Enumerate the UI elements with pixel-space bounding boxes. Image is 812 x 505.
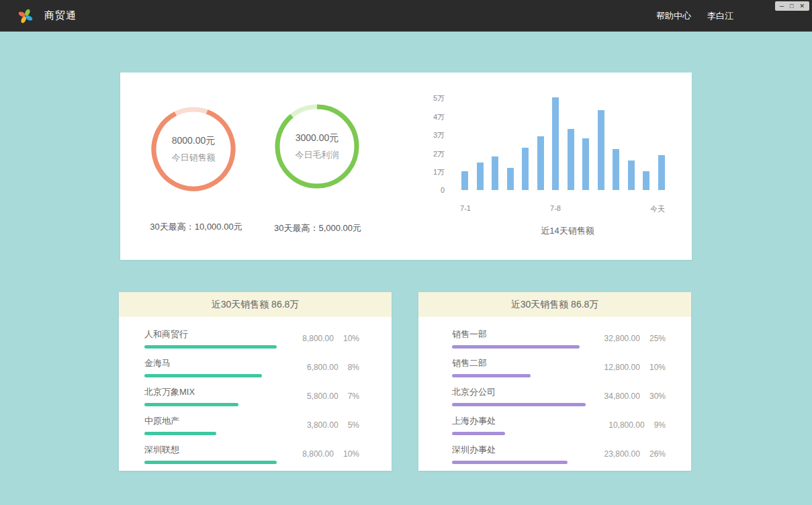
rank-amount: 34,800.00: [604, 392, 640, 401]
rank-bar: [144, 345, 277, 349]
y-axis: 5万4万3万2万1万0: [411, 93, 445, 194]
rank-name: 人和商贸行: [144, 328, 277, 340]
today-sales-value: 8000.00元: [172, 135, 216, 147]
rank-percent: 10%: [343, 334, 359, 343]
rank-bar: [452, 345, 580, 349]
rank-percent: 26%: [649, 449, 666, 459]
rank-name: 金海马: [144, 357, 262, 369]
rank-amount: 6,800.00: [307, 363, 339, 372]
titlebar-menu: 帮助中心 李白江: [656, 0, 733, 32]
today-profit-donut: 3000.00元 今日毛利润: [270, 99, 364, 193]
rank-value: 34,800.0030%: [604, 392, 666, 401]
bar: [477, 163, 484, 190]
rank-value: 12,800.0010%: [604, 363, 666, 372]
list-item: 上海办事处 10,800.009%: [452, 410, 666, 439]
customer-sales-panel: 近30天销售额 86.8万 人和商贸行 8,800.0010% 金海马 6,80…: [119, 292, 392, 471]
today-sales-donut: 8000.00元 今日销售额: [146, 102, 240, 196]
rank-value: 10,800.009%: [608, 420, 666, 430]
y-axis-tick: 4万: [411, 112, 445, 122]
bar: [568, 129, 574, 190]
x-axis-tick: 7-8: [550, 204, 561, 212]
rank-amount: 10,800.00: [608, 420, 644, 430]
maximize-icon[interactable]: □: [790, 3, 793, 9]
bar: [492, 156, 498, 190]
bar-chart-title: 近14天销售额: [467, 225, 668, 237]
list-item: 销售一部 32,800.0025%: [452, 324, 666, 353]
rank-name: 中原地产: [144, 415, 216, 427]
bar: [522, 148, 529, 190]
x-axis-tick: 今天: [650, 204, 665, 214]
rank-name: 北京分公司: [452, 386, 586, 398]
bar: [643, 171, 649, 190]
rank-percent: 8%: [348, 363, 359, 372]
list-item: 深圳联想 8,800.0010%: [144, 439, 359, 468]
rank-percent: 9%: [654, 420, 666, 430]
bar: [537, 136, 544, 190]
bar: [613, 149, 619, 190]
rank-bar: [144, 461, 277, 464]
today-profit-value: 3000.00元: [296, 132, 339, 144]
y-axis-tick: 5万: [411, 93, 445, 103]
close-icon[interactable]: ✕: [799, 3, 805, 9]
rank-bar: [144, 374, 262, 377]
bar: [552, 97, 559, 190]
rank-amount: 3,800.00: [307, 420, 339, 430]
rank-percent: 7%: [348, 392, 359, 401]
rank-amount: 32,800.00: [604, 334, 640, 343]
rank-bar: [452, 432, 505, 435]
rank-name: 销售二部: [452, 357, 531, 369]
department-sales-panel-title: 近30天销售额 86.8万: [418, 292, 691, 317]
rank-name: 深圳联想: [144, 444, 277, 456]
app-logo-icon: [17, 8, 34, 24]
titlebar: 商贸通 帮助中心 李白江 ─ □ ✕: [0, 0, 812, 32]
rank-amount: 8,800.00: [302, 334, 334, 343]
help-center-link[interactable]: 帮助中心: [656, 10, 691, 22]
bar: [582, 138, 589, 190]
window-controls: ─ □ ✕: [775, 1, 809, 11]
rank-amount: 23,800.00: [604, 449, 640, 459]
rank-name: 销售一部: [452, 328, 580, 340]
rank-percent: 25%: [649, 334, 666, 343]
today-sales-label: 今日销售额: [172, 152, 216, 164]
minimize-icon[interactable]: ─: [780, 3, 784, 9]
list-item: 销售二部 12,800.0010%: [452, 353, 666, 381]
profit-30day-max: 30天最高：5,000.00元: [244, 222, 392, 234]
rank-value: 8,800.0010%: [302, 334, 359, 343]
bar-chart: [461, 97, 665, 190]
y-axis-tick: 0: [411, 186, 445, 194]
rank-bar: [452, 374, 531, 377]
app-title: 商贸通: [44, 0, 77, 32]
rank-percent: 30%: [649, 392, 666, 401]
list-item: 北京万象MIX 5,800.007%: [144, 381, 359, 410]
rank-bar: [452, 461, 568, 464]
today-profit-label: 今日毛利润: [296, 149, 339, 161]
rank-name: 北京万象MIX: [144, 386, 238, 398]
y-axis-tick: 1万: [411, 167, 445, 177]
rank-value: 6,800.008%: [307, 363, 359, 372]
rank-name: 上海办事处: [452, 415, 505, 427]
list-item: 金海马 6,800.008%: [144, 353, 359, 381]
bar: [507, 168, 514, 190]
list-item: 深圳办事处 23,800.0026%: [452, 439, 666, 468]
rank-value: 3,800.005%: [307, 420, 359, 430]
rank-value: 23,800.0026%: [604, 449, 666, 459]
rank-amount: 5,800.00: [307, 392, 339, 401]
rank-amount: 12,800.00: [604, 363, 640, 372]
rank-bar: [452, 403, 586, 406]
list-item: 中原地产 3,800.005%: [144, 410, 359, 439]
rank-percent: 10%: [649, 363, 666, 372]
bar: [628, 160, 635, 190]
rank-value: 32,800.0025%: [604, 334, 666, 343]
username-link[interactable]: 李白江: [707, 10, 733, 22]
x-axis-tick: 7-1: [460, 204, 471, 212]
rank-percent: 10%: [343, 449, 359, 459]
rank-name: 深圳办事处: [452, 444, 568, 456]
y-axis-tick: 3万: [411, 130, 445, 140]
y-axis-tick: 2万: [411, 149, 445, 159]
rank-bar: [144, 403, 238, 406]
bar: [461, 171, 468, 190]
customer-sales-panel-title: 近30天销售额 86.8万: [119, 292, 392, 317]
bar: [598, 110, 604, 190]
list-item: 北京分公司 34,800.0030%: [452, 381, 666, 410]
rank-value: 8,800.0010%: [302, 449, 359, 459]
